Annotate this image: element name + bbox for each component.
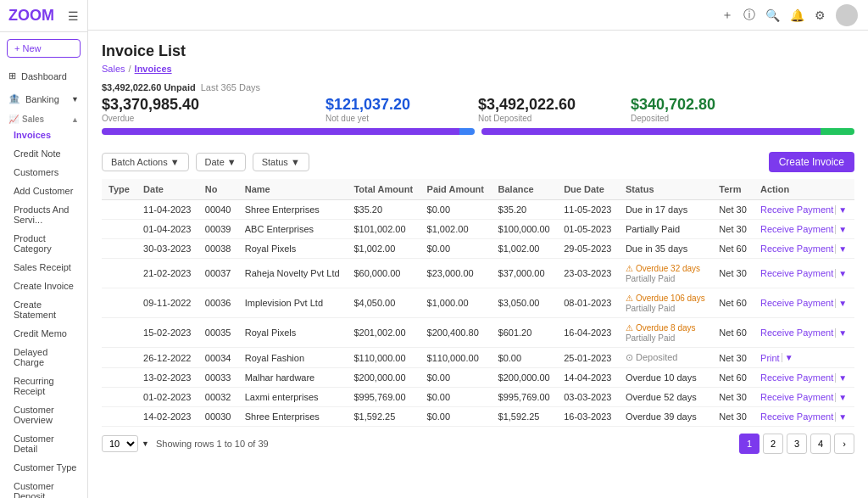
- action-dropdown-arrow[interactable]: ▼: [835, 225, 847, 234]
- sidebar-item-delayed-charge[interactable]: Delayed Charge: [0, 343, 87, 372]
- cell-balance: $35.20: [492, 200, 558, 220]
- receive-payment-link[interactable]: Receive Payment: [760, 204, 833, 215]
- cell-action[interactable]: Receive Payment ▼: [754, 318, 854, 348]
- page-btn-next[interactable]: ›: [834, 434, 854, 454]
- batch-actions-button[interactable]: Batch Actions ▼: [102, 153, 189, 171]
- cell-action[interactable]: Print ▼: [754, 348, 854, 368]
- cell-no: 00040: [198, 200, 238, 220]
- sidebar-item-customer-deposit[interactable]: Customer Deposit: [0, 477, 87, 498]
- status-filter-button[interactable]: Status ▼: [253, 153, 309, 171]
- cell-action[interactable]: Receive Payment ▼: [754, 259, 854, 288]
- status-normal-text: Due in 17 days: [626, 204, 687, 215]
- cell-type: [102, 368, 136, 388]
- cell-total: $995,769.00: [347, 388, 420, 407]
- cell-due-date: 23-03-2023: [557, 259, 619, 288]
- col-status: Status: [619, 179, 712, 200]
- cell-type: [102, 407, 136, 427]
- action-dropdown-arrow[interactable]: ▼: [835, 205, 847, 215]
- sidebar-item-customer-type[interactable]: Customer Type: [0, 458, 87, 477]
- receive-payment-link[interactable]: Receive Payment: [760, 224, 833, 234]
- sidebar-item-customer-overview[interactable]: Customer Overview: [0, 400, 87, 429]
- add-icon[interactable]: ＋: [721, 8, 733, 23]
- cell-due-date: 03-03-2023: [557, 388, 619, 407]
- bell-icon[interactable]: 🔔: [790, 8, 804, 22]
- sidebar-item-products-services[interactable]: Products And Servi...: [0, 200, 87, 229]
- sidebar-item-customers[interactable]: Customers: [0, 163, 87, 182]
- sidebar: ZOOM ☰ + New ⊞ Dashboard 🏦 Banking ▼ 📈 S…: [0, 0, 88, 498]
- page-btn-1[interactable]: 1: [739, 434, 760, 454]
- receive-payment-link[interactable]: Receive Payment: [760, 411, 833, 422]
- date-filter-button[interactable]: Date ▼: [196, 153, 246, 171]
- receive-payment-link[interactable]: Receive Payment: [760, 327, 833, 338]
- overdue-label: Overdue: [102, 114, 326, 123]
- breadcrumb-invoices[interactable]: Invoices: [135, 64, 172, 74]
- cell-type: [102, 288, 136, 318]
- search-icon[interactable]: 🔍: [765, 8, 780, 22]
- sidebar-item-product-category[interactable]: Product Category: [0, 229, 87, 258]
- action-dropdown-arrow[interactable]: ▼: [835, 328, 847, 338]
- cell-no: 00033: [198, 368, 238, 388]
- cell-term: Net 30: [712, 259, 754, 288]
- info-icon[interactable]: ⓘ: [743, 8, 755, 23]
- action-dropdown-arrow[interactable]: ▼: [835, 299, 847, 308]
- sidebar-item-invoices[interactable]: Invoices: [0, 126, 87, 144]
- not-due-amount: $121,037.20: [326, 96, 478, 114]
- table-row: 30-03-2023 00038 Royal Pixels $1,002.00 …: [102, 239, 854, 259]
- pagination-bar: 10 25 50 ▼ Showing rows 1 to 10 of 39 1 …: [102, 427, 854, 454]
- page-btn-3[interactable]: 3: [787, 434, 807, 454]
- cell-term: Net 60: [712, 318, 754, 348]
- cell-total: $60,000.00: [347, 259, 420, 288]
- stats-row: $3,370,985.40 Overdue $121,037.20 Not du…: [102, 96, 854, 123]
- avatar[interactable]: [836, 4, 858, 26]
- sidebar-item-customer-detail[interactable]: Customer Detail: [0, 429, 87, 458]
- action-dropdown-arrow[interactable]: ▼: [782, 353, 793, 362]
- new-button[interactable]: + New: [7, 39, 81, 58]
- sidebar-section-sales[interactable]: 📈 Sales ▲: [0, 110, 87, 126]
- action-dropdown-arrow[interactable]: ▼: [835, 269, 847, 278]
- topbar: ＋ ⓘ 🔍 🔔 ⚙: [88, 0, 868, 31]
- cell-action[interactable]: Receive Payment ▼: [754, 200, 854, 220]
- sidebar-item-add-customer[interactable]: Add Customer: [0, 182, 87, 200]
- cell-total: $1,002.00: [347, 239, 420, 259]
- cell-due-date: 14-04-2023: [557, 368, 619, 388]
- action-dropdown-arrow[interactable]: ▼: [835, 412, 847, 422]
- cell-action[interactable]: Receive Payment ▼: [754, 220, 854, 239]
- status-warning-icon: ⚠: [626, 264, 633, 273]
- breadcrumb-sales[interactable]: Sales: [102, 64, 125, 74]
- cell-action[interactable]: Receive Payment ▼: [754, 239, 854, 259]
- receive-payment-link[interactable]: Receive Payment: [760, 392, 833, 402]
- per-page-select[interactable]: 10 25 50: [102, 435, 138, 452]
- cell-action[interactable]: Receive Payment ▼: [754, 288, 854, 318]
- cell-no: 00036: [198, 288, 238, 318]
- cell-action[interactable]: Receive Payment ▼: [754, 368, 854, 388]
- sidebar-item-credit-memo[interactable]: Credit Memo: [0, 324, 87, 343]
- print-link[interactable]: Print: [760, 353, 780, 363]
- gear-icon[interactable]: ⚙: [815, 8, 826, 22]
- receive-payment-link[interactable]: Receive Payment: [760, 298, 833, 308]
- hamburger-icon[interactable]: ☰: [68, 9, 79, 23]
- create-invoice-button[interactable]: Create Invoice: [769, 152, 854, 172]
- sidebar-item-recurring-receipt[interactable]: Recurring Receipt: [0, 372, 87, 400]
- table-row: 01-02-2023 00032 Laxmi enterprises $995,…: [102, 388, 854, 407]
- sidebar-item-sales-receipt[interactable]: Sales Receipt: [0, 258, 87, 277]
- action-dropdown-arrow[interactable]: ▼: [835, 393, 847, 402]
- sidebar-item-banking[interactable]: 🏦 Banking ▼: [0, 87, 87, 110]
- receive-payment-link[interactable]: Receive Payment: [760, 268, 833, 278]
- not-deposited-bar: [481, 128, 821, 135]
- sidebar-item-credit-note[interactable]: Credit Note: [0, 144, 87, 163]
- action-dropdown-arrow[interactable]: ▼: [835, 373, 847, 383]
- page-btn-4[interactable]: 4: [810, 434, 831, 454]
- action-dropdown-arrow[interactable]: ▼: [835, 244, 847, 254]
- status-normal-text: Overdue 52 days: [626, 392, 697, 402]
- cell-action[interactable]: Receive Payment ▼: [754, 388, 854, 407]
- unpaid-label: $3,492,022.60 Unpaid: [102, 82, 196, 92]
- sidebar-item-create-statement[interactable]: Create Statement: [0, 295, 87, 324]
- sidebar-item-create-invoice[interactable]: Create Invoice: [0, 277, 87, 295]
- receive-payment-link[interactable]: Receive Payment: [760, 243, 833, 254]
- cell-total: $1,592.25: [347, 407, 420, 427]
- cell-action[interactable]: Receive Payment ▼: [754, 407, 854, 427]
- receive-payment-link[interactable]: Receive Payment: [760, 372, 833, 383]
- sidebar-item-dashboard[interactable]: ⊞ Dashboard: [0, 64, 87, 87]
- page-btn-2[interactable]: 2: [763, 434, 783, 454]
- col-balance: Balance: [492, 179, 558, 200]
